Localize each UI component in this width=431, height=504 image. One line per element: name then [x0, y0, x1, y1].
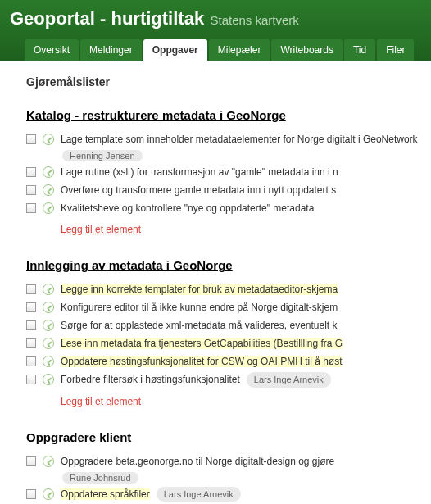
clock-icon[interactable] — [43, 166, 54, 178]
task-text[interactable]: Oppdatere høstingsfunksjonalitet for CSW… — [61, 356, 342, 367]
list-heading[interactable]: Oppgradere klient — [26, 430, 131, 444]
task-text[interactable]: Lese inn metadata fra tjenesters GetCapa… — [61, 338, 343, 349]
project-title: Geoportal - hurtigtiltak — [10, 8, 204, 29]
task-text[interactable]: Legge inn korrekte templater for bruk av… — [61, 284, 338, 295]
clock-icon[interactable] — [43, 134, 54, 145]
list-heading[interactable]: Katalog - restrukturere metadata i GeoNo… — [26, 108, 286, 122]
task-row: Kvalitetsheve og kontrollere "nye og opp… — [26, 199, 431, 217]
task-checkbox[interactable] — [26, 167, 36, 177]
clock-icon[interactable] — [43, 456, 54, 467]
task-row: Oppdatere språkfilerLars Inge Arnevik — [26, 485, 431, 504]
task-text[interactable]: Oppgradere beta.geonorge.no til Norge di… — [61, 456, 334, 467]
clock-icon[interactable] — [43, 338, 54, 349]
clock-icon[interactable] — [43, 374, 54, 385]
tab-oversikt[interactable]: Oversikt — [25, 39, 79, 61]
task-row: Konfigurere editor til å ikke kunne endr… — [26, 298, 431, 316]
clock-icon[interactable] — [43, 284, 54, 295]
clock-icon[interactable] — [43, 302, 54, 313]
task-row: Lese inn metadata fra tjenesters GetCapa… — [26, 334, 431, 352]
tab-tid[interactable]: Tid — [344, 39, 375, 61]
task-row: Lage template som inneholder metadataele… — [26, 130, 431, 148]
tab-filer[interactable]: Filer — [377, 39, 414, 61]
add-item-link[interactable]: Legg til et element — [61, 224, 141, 235]
clock-icon[interactable] — [43, 202, 54, 214]
task-row: Lage rutine (xslt) for transformasjon av… — [26, 163, 431, 181]
assignee-pill[interactable]: Lars Inge Arnevik — [247, 372, 331, 388]
tab-writeboards[interactable]: Writeboards — [271, 39, 342, 61]
task-text[interactable]: Lage template som inneholder metadataele… — [61, 134, 418, 145]
clock-icon[interactable] — [43, 356, 54, 367]
task-row: Overføre og transformere gamle metadata … — [26, 181, 431, 199]
app-header: Geoportal - hurtigtiltak Statens kartver… — [0, 0, 431, 61]
tab-oppgaver[interactable]: Oppgaver — [143, 39, 207, 61]
clock-icon[interactable] — [43, 320, 54, 331]
task-checkbox[interactable] — [26, 302, 36, 312]
assignee-pill[interactable]: Henning Jensen — [62, 150, 143, 161]
task-text[interactable]: Forbedre filtersøk i høstingsfunksjonali… — [61, 374, 240, 385]
task-text[interactable]: Konfigurere editor til å ikke kunne endr… — [61, 302, 338, 313]
assignee-pill[interactable]: Rune Johnsrud — [62, 472, 138, 484]
task-checkbox[interactable] — [26, 284, 36, 294]
task-text[interactable]: Sørge for at opplastede xml-metadata må … — [61, 320, 338, 331]
task-checkbox[interactable] — [26, 356, 36, 366]
tab-meldinger[interactable]: Meldinger — [80, 39, 142, 61]
task-text[interactable]: Lage rutine (xslt) for transformasjon av… — [61, 166, 338, 178]
task-row: Forbedre filtersøk i høstingsfunksjonali… — [26, 370, 431, 389]
task-row: Sørge for at opplastede xml-metadata må … — [26, 316, 431, 334]
add-item-link[interactable]: Legg til et element — [61, 396, 141, 407]
task-row: Legge inn korrekte templater for bruk av… — [26, 280, 431, 298]
todo-list: Innlegging av metadata i GeoNorgeLegge i… — [26, 258, 431, 407]
main-tabs: OversiktMeldingerOppgaverMilepælerWriteb… — [10, 39, 421, 61]
clock-icon[interactable] — [43, 184, 54, 196]
section-title: Gjøremålslister — [26, 75, 431, 89]
task-row: Oppgradere beta.geonorge.no til Norge di… — [26, 452, 431, 470]
todo-list: Katalog - restrukturere metadata i GeoNo… — [26, 108, 431, 235]
assignee-pill[interactable]: Lars Inge Arnevik — [157, 487, 241, 502]
task-text[interactable]: Oppdatere språkfiler — [61, 488, 150, 500]
task-text[interactable]: Kvalitetsheve og kontrollere "nye og opp… — [61, 202, 314, 214]
org-subtitle: Statens kartverk — [210, 13, 298, 27]
list-heading[interactable]: Innlegging av metadata i GeoNorge — [26, 258, 233, 272]
task-checkbox[interactable] — [26, 338, 36, 348]
task-checkbox[interactable] — [26, 185, 36, 195]
task-checkbox[interactable] — [26, 203, 36, 213]
task-checkbox[interactable] — [26, 320, 36, 330]
todo-list: Oppgradere klientOppgradere beta.geonorg… — [26, 430, 431, 505]
task-checkbox[interactable] — [26, 489, 36, 499]
task-checkbox[interactable] — [26, 456, 36, 466]
task-checkbox[interactable] — [26, 134, 36, 144]
task-text[interactable]: Overføre og transformere gamle metadata … — [61, 184, 336, 196]
clock-icon[interactable] — [43, 488, 54, 500]
task-checkbox[interactable] — [26, 375, 36, 384]
tab-milepæler[interactable]: Milepæler — [209, 39, 270, 61]
task-row: Oppdatere høstingsfunksjonalitet for CSW… — [26, 352, 431, 370]
content-area: Gjøremålslister Katalog - restrukturere … — [0, 61, 431, 504]
